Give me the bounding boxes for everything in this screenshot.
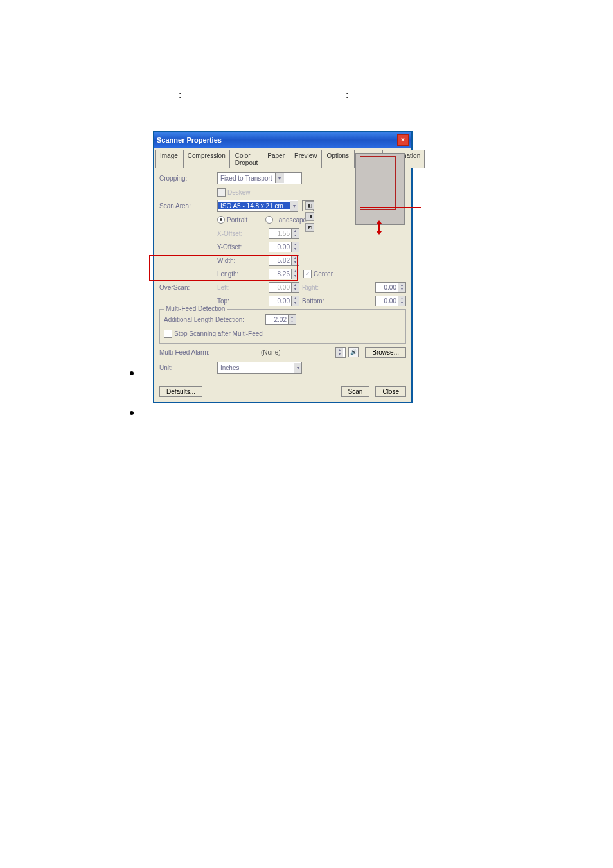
width-spinner[interactable]: 5.82▴▾ [269,255,299,266]
preview-page-outline [360,156,396,210]
top-label: Top: [217,297,269,305]
checkbox-icon [217,188,226,197]
tab-preview[interactable]: Preview [290,150,322,168]
center-checkbox[interactable]: ✓Center [303,270,333,278]
crop-handle-icons: ◧ ◨ ◩ [305,201,314,232]
scan-button[interactable]: Scan [341,386,370,397]
tab-paper[interactable]: Paper [263,150,289,168]
yoffset-value: 0.00 [269,244,291,251]
add-len-spinner[interactable]: 2.02▴▾ [265,314,296,325]
stop-after-checkbox[interactable]: Stop Scanning after Multi-Feed [164,330,263,338]
center-label: Center [314,270,333,278]
bottom-label: Bottom: [302,297,328,305]
dialog-title: Scanner Properties [157,136,222,144]
bullet-dot-2 [130,411,134,415]
overscan-bottom-spinner[interactable]: 0.00▴▾ [375,296,406,306]
chevron-down-icon: ▾ [275,173,284,183]
doc-colon-2: : [346,90,349,100]
height-arrow-icon [375,222,383,233]
defaults-button[interactable]: Defaults... [159,386,202,397]
browse-button[interactable]: Browse... [365,347,406,358]
doc-colon-1: : [179,90,182,100]
yoffset-label: Y-Offset: [217,244,269,251]
chevron-down-icon: ▾ [294,363,301,373]
right-label: Right: [302,284,328,291]
alarm-stepper[interactable]: ▴▾ [335,347,346,358]
speaker-icon[interactable]: 🔊 [348,347,359,357]
alarm-value: (None) [261,349,319,356]
stop-after-label: Stop Scanning after Multi-Feed [174,330,263,337]
close-button[interactable]: Close [375,386,406,397]
crop-handle-icon[interactable]: ◧ [305,201,314,210]
landscape-label: Landscape [275,217,306,224]
portrait-radio[interactable]: Portrait [217,216,247,224]
checkbox-icon: ✓ [303,270,312,278]
xoffset-label: X-Offset: [217,230,269,237]
overscan-r1-value: 0.00 [376,284,398,291]
length-spinner[interactable]: 8.26▴▾ [269,269,299,279]
titlebar[interactable]: Scanner Properties × [154,132,411,148]
unit-value: Inches [218,364,294,371]
scanner-properties-dialog: Scanner Properties × Image Compression C… [153,131,413,403]
length-value: 8.26 [269,270,291,278]
crop-handle-icon[interactable]: ◨ [305,212,314,221]
dialog-body: Cropping: Fixed to Transport ▾ Deskew Sc… [154,168,411,381]
overscan-r2-value: 0.00 [376,297,398,305]
tab-image[interactable]: Image [155,150,182,168]
cropping-value: Fixed to Transport [218,175,275,182]
close-icon[interactable]: × [397,134,409,146]
add-len-value: 2.02 [266,316,288,323]
cropping-combo[interactable]: Fixed to Transport ▾ [217,172,302,184]
multi-feed-legend: Multi-Feed Detection [164,305,227,312]
bullet-dot-1 [130,371,134,375]
dialog-footer: Defaults... Scan Close [154,381,411,402]
scanarea-combo[interactable]: ISO A5 - 14.8 x 21 cm ▾ [217,200,298,212]
portrait-label: Portrait [227,217,247,224]
checkbox-icon [164,330,172,338]
add-len-label: Additional Length Detection: [164,316,265,323]
xoffset-value: 1.55 [269,230,291,237]
landscape-radio[interactable]: Landscape [265,216,306,224]
annotation-redline [360,207,421,208]
width-label: Width: [217,257,269,264]
preview-pane [355,153,405,225]
overscan-label: OverScan: [159,284,217,291]
unit-label: Unit: [159,364,217,371]
left-spinner: 0.00▴▾ [269,282,299,293]
top-value: 0.00 [269,297,291,305]
scanarea-label: Scan Area: [159,202,217,209]
xoffset-spinner: 1.55▴▾ [269,228,299,239]
left-label: Left: [217,284,269,291]
unit-combo[interactable]: Inches ▾ [217,362,302,374]
tab-compression[interactable]: Compression [183,150,230,168]
tab-options[interactable]: Options [323,150,353,168]
overscan-right-spinner[interactable]: 0.00▴▾ [375,282,406,293]
width-value: 5.82 [269,257,291,264]
cropping-label: Cropping: [159,175,217,182]
tab-color-dropout[interactable]: Color Dropout [231,150,263,168]
deskew-label: Deskew [227,189,251,196]
scanarea-value: ISO A5 - 14.8 x 21 cm [218,202,290,209]
deskew-checkbox: Deskew [217,188,251,197]
top-spinner[interactable]: 0.00▴▾ [269,296,299,306]
yoffset-spinner[interactable]: 0.00▴▾ [269,242,299,252]
crop-handle-icon[interactable]: ◩ [305,223,314,232]
multi-feed-fieldset: Multi-Feed Detection Additional Length D… [159,309,406,344]
left-value: 0.00 [269,284,291,291]
alarm-label: Multi-Feed Alarm: [159,349,261,356]
length-label: Length: [217,270,269,278]
chevron-down-icon: ▾ [290,201,298,211]
